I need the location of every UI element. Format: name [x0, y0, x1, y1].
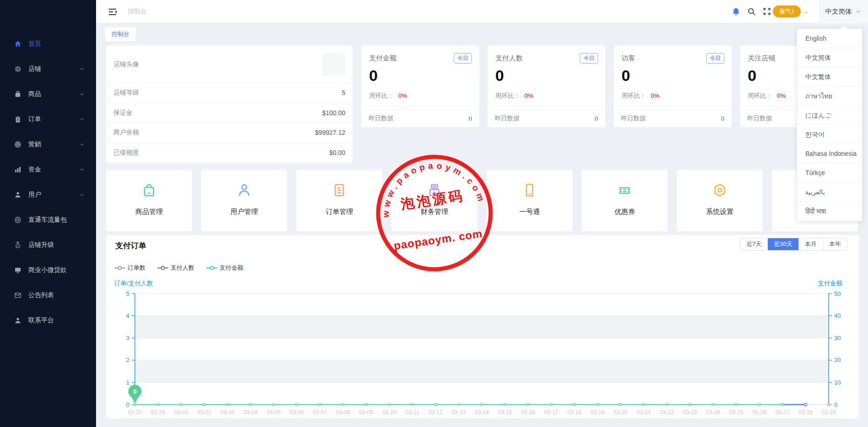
sidebar-item-3[interactable]: 订单 [0, 107, 96, 132]
bag-lg-icon [141, 182, 157, 198]
svg-text:1: 1 [126, 379, 129, 386]
quick-link-4[interactable]: 一号通 [487, 170, 573, 231]
language-option-0[interactable]: English [797, 29, 862, 48]
payment-orders-panel: 55044033022011000订单/支付人数支付金额02-2702-2803… [106, 235, 859, 418]
svg-text:03-02: 03-02 [197, 409, 211, 416]
svg-text:03-15: 03-15 [498, 409, 512, 416]
language-option-9[interactable]: हिंदी भाषा [797, 202, 862, 221]
collapse-menu-icon[interactable] [107, 6, 118, 17]
legend-label: 支付人数 [171, 264, 194, 272]
quick-link-2[interactable]: 订单管理 [296, 170, 382, 231]
language-option-3[interactable]: ภาษาไทย [797, 86, 862, 106]
stat-value: 0 [495, 67, 504, 85]
legend-label: 支付金额 [220, 264, 243, 272]
sidebar-item-2[interactable]: 商品 [0, 81, 96, 107]
legend-item-2[interactable]: 支付金额 [206, 264, 243, 272]
legend-item-0[interactable]: 订单数 [114, 264, 145, 272]
svg-text:40: 40 [834, 312, 841, 319]
svg-text:0: 0 [126, 401, 129, 408]
quick-link-1[interactable]: 用户管理 [201, 170, 287, 231]
svg-text:03-05: 03-05 [267, 409, 281, 416]
store-avatar-label: 店铺头像 [113, 60, 139, 69]
language-option-6[interactable]: Bahasa Indonesia [797, 144, 862, 163]
quick-link-0[interactable]: 商品管理 [106, 170, 192, 231]
svg-text:03-27: 03-27 [776, 409, 790, 416]
sidebar-item-label: 直通车流量包 [28, 216, 67, 224]
legend-item-1[interactable]: 支付人数 [157, 264, 194, 272]
quick-link-5[interactable]: 优惠券 [582, 170, 668, 231]
stat-card-0: 支付金额今日0周环比：0%昨日数据0 [361, 46, 479, 127]
store-info-row: 已借额度$0.00 [106, 143, 353, 163]
phone-lg-icon [521, 182, 538, 198]
topbar: 控制台 服气1 中文简体 [96, 0, 868, 23]
sidebar-item-0[interactable]: 首页 [0, 31, 96, 56]
range-button-1[interactable]: 近30天 [768, 238, 798, 250]
sidebar-item-label: 商品 [28, 90, 41, 98]
quick-link-label: 系统设置 [677, 208, 763, 216]
language-selector[interactable]: 中文简体 [819, 0, 868, 23]
sidebar-item-9[interactable]: 商业小微贷款 [0, 257, 96, 283]
tab-console[interactable]: 控制台 [105, 27, 136, 41]
language-option-7[interactable]: Türkçe [797, 163, 862, 182]
row-value: $0.00 [329, 149, 345, 156]
sidebar-item-5[interactable]: 资金 [0, 157, 96, 182]
search-icon[interactable] [746, 6, 757, 17]
chevron-down-icon [79, 166, 85, 173]
svg-text:03-04: 03-04 [243, 409, 257, 416]
language-option-2[interactable]: 中文繁体 [797, 67, 862, 86]
svg-text:03-12: 03-12 [429, 409, 443, 416]
row-value: 5 [342, 89, 345, 96]
sidebar-item-11[interactable]: 联系平台 [0, 308, 96, 333]
row-label: 商户余额 [113, 128, 139, 137]
range-button-0[interactable]: 近7天 [740, 238, 768, 250]
today-badge: 今日 [454, 53, 472, 64]
stat-ratio: 周环比：0% [369, 92, 407, 100]
svg-text:03-25: 03-25 [729, 409, 743, 416]
hex-gear-lg-icon [712, 182, 728, 198]
range-button-2[interactable]: 本月 [799, 238, 823, 250]
svg-text:03-13: 03-13 [452, 409, 466, 416]
range-button-3[interactable]: 本年 [823, 238, 847, 250]
sidebar-item-7[interactable]: 直通车流量包 [0, 207, 96, 232]
svg-text:30: 30 [834, 335, 841, 342]
row-label: 保证金 [113, 109, 133, 117]
sidebar-item-8[interactable]: 1店铺升级 [0, 232, 96, 257]
quick-link-label: 优惠券 [582, 208, 668, 216]
sidebar-item-4[interactable]: 营銷 [0, 132, 96, 157]
svg-text:02-28: 02-28 [151, 409, 165, 416]
gear-icon [14, 65, 22, 73]
breadcrumb: 控制台 [128, 7, 147, 16]
svg-text:03-28: 03-28 [798, 409, 813, 416]
row-label: 已借额度 [113, 149, 139, 157]
quick-link-3[interactable]: 财务管理 [391, 170, 477, 231]
user-badge[interactable]: 服气1 [773, 5, 801, 17]
stat-value: 0 [369, 67, 378, 85]
language-option-4[interactable]: にほんご [797, 106, 862, 125]
store-info-row: 店铺等级5 [106, 83, 353, 103]
bell-icon[interactable] [730, 6, 741, 17]
medal-icon: 1 [14, 241, 22, 249]
language-option-5[interactable]: 한국어 [797, 125, 862, 144]
svg-text:03-21: 03-21 [637, 409, 651, 416]
sidebar-item-1[interactable]: 店铺 [0, 56, 96, 81]
stat-card-1: 支付人数今日0周环比：0%昨日数据0 [488, 46, 605, 127]
quick-link-label: 财务管理 [391, 208, 477, 216]
language-option-1[interactable]: 中文简体 [797, 48, 862, 67]
fullscreen-icon[interactable] [761, 6, 772, 17]
svg-text:50: 50 [834, 290, 841, 297]
sidebar-item-label: 店铺 [28, 65, 41, 73]
chart-legend: 订单数支付人数支付金额 [114, 264, 243, 272]
person-lg-icon [236, 182, 252, 198]
svg-text:订单/支付人数: 订单/支付人数 [114, 280, 153, 287]
chart-bars-icon [14, 165, 22, 174]
chevron-down-icon[interactable] [802, 9, 809, 18]
stat-value: 0 [748, 67, 756, 85]
stat-yesterday-row: 昨日数据0 [614, 109, 732, 127]
svg-text:03-19: 03-19 [590, 409, 605, 416]
sidebar-item-10[interactable]: 公告列表 [0, 283, 96, 308]
ticket-lg-icon [616, 182, 633, 198]
store-info-card: 店铺头像 店铺等级5保证金$100.00商户余额$99927.12已借额度$0.… [106, 46, 353, 163]
sidebar-item-6[interactable]: 用户 [0, 182, 96, 207]
quick-link-6[interactable]: 系统设置 [677, 170, 763, 231]
language-option-8[interactable]: بالعربية [797, 182, 862, 202]
